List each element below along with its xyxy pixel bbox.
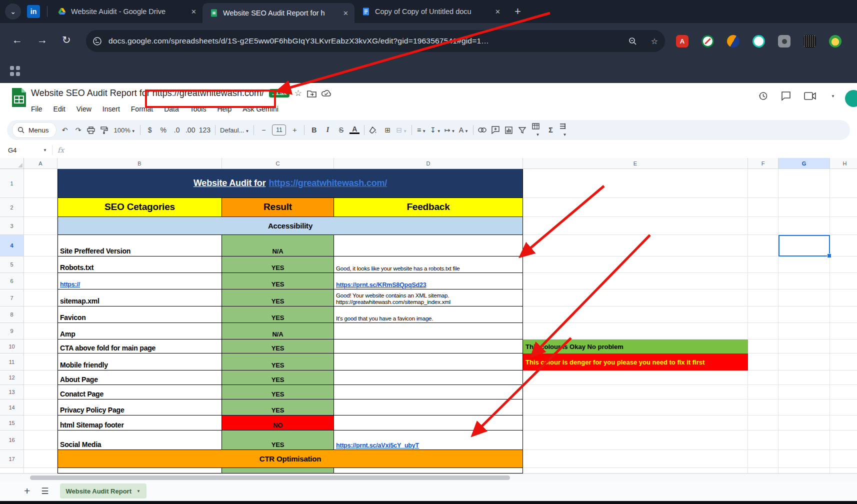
- grid-cell[interactable]: [24, 198, 58, 217]
- row-header-4[interactable]: 4: [0, 235, 24, 256]
- legend-danger[interactable]: This colour is denger for you please you…: [523, 354, 748, 370]
- italic-button[interactable]: I: [322, 126, 332, 134]
- cell-feedback[interactable]: [334, 370, 523, 385]
- grid-cell[interactable]: [748, 468, 778, 474]
- grid-cell[interactable]: [748, 430, 778, 450]
- decrease-decimals-button[interactable]: .0: [172, 126, 182, 134]
- cell-label[interactable]: sitemap.xml: [58, 290, 222, 306]
- col-header-c[interactable]: C: [222, 158, 334, 169]
- strikethrough-button[interactable]: S: [336, 126, 346, 134]
- grid-cell[interactable]: [24, 385, 58, 400]
- col-header-f[interactable]: F: [748, 158, 778, 169]
- tab-google-docs[interactable]: Copy of Copy of Untitled docu ✕: [354, 0, 506, 23]
- share-button-cut[interactable]: [845, 90, 857, 107]
- apps-grid-icon[interactable]: [10, 66, 20, 76]
- cell-feedback-link[interactable]: https://prnt.sc/aVxi5cY_ubyT: [334, 430, 523, 450]
- grid-cell[interactable]: [748, 273, 778, 290]
- menu-insert[interactable]: Insert: [102, 105, 120, 113]
- cell-label[interactable]: Robots.txt: [58, 256, 222, 273]
- grid-cell[interactable]: [24, 235, 58, 256]
- grid-cell[interactable]: [778, 354, 830, 370]
- row-header-5[interactable]: 5: [0, 256, 24, 273]
- grid-cell[interactable]: [24, 169, 58, 198]
- sheet-tab-caret-icon[interactable]: ▼: [136, 489, 140, 494]
- cloud-status-icon[interactable]: [322, 90, 332, 97]
- url-text[interactable]: docs.google.com/spreadsheets/d/1S-g2E5ww…: [108, 36, 622, 46]
- grid-cell[interactable]: [778, 306, 830, 323]
- text-wrap-icon[interactable]: ↦▼: [444, 126, 456, 134]
- reload-button[interactable]: ↻: [62, 34, 71, 46]
- extension-camera-icon[interactable]: [778, 35, 790, 48]
- grid-cell[interactable]: [24, 306, 58, 323]
- cell-partial-result[interactable]: [222, 468, 334, 474]
- grid-cell[interactable]: [523, 217, 748, 235]
- grid-cell[interactable]: [748, 306, 778, 323]
- grid-cell[interactable]: [523, 468, 748, 474]
- bold-button[interactable]: B: [309, 126, 319, 134]
- currency-button[interactable]: $: [145, 126, 155, 134]
- cell-feedback[interactable]: [334, 354, 523, 370]
- name-box[interactable]: G4 ▼: [0, 146, 47, 154]
- percent-button[interactable]: %: [158, 126, 168, 134]
- menu-edit[interactable]: Edit: [54, 105, 66, 113]
- bookmark-star-icon[interactable]: ☆: [651, 36, 658, 46]
- insert-link-icon[interactable]: [478, 128, 488, 132]
- cell-feedback[interactable]: [334, 340, 523, 354]
- grid-cell[interactable]: [523, 430, 748, 450]
- row-header-12[interactable]: 12: [0, 370, 24, 385]
- row-header-17[interactable]: 17: [0, 450, 24, 468]
- grid-cell[interactable]: [24, 217, 58, 235]
- grid-cell[interactable]: [748, 385, 778, 400]
- grid-cell[interactable]: [0, 468, 24, 474]
- row-header-3[interactable]: 3: [0, 217, 24, 235]
- col-header-g[interactable]: G: [778, 158, 830, 169]
- cell-result[interactable]: YES: [222, 354, 334, 370]
- cell-label[interactable]: CTA above fold for main page: [58, 340, 222, 354]
- insert-comment-icon[interactable]: [492, 126, 502, 134]
- grid-cell[interactable]: [830, 306, 857, 323]
- grid-cell[interactable]: [523, 198, 748, 217]
- grid-cell[interactable]: [830, 340, 857, 354]
- grid-cell[interactable]: [523, 450, 748, 468]
- cell-feedback[interactable]: [334, 323, 523, 340]
- grid-cell[interactable]: [523, 256, 748, 273]
- grid-cell[interactable]: [830, 169, 857, 198]
- grid-cell[interactable]: [523, 370, 748, 385]
- row-header-2[interactable]: 2: [0, 198, 24, 217]
- grid-cell[interactable]: [778, 416, 830, 430]
- banner-url-link[interactable]: https://greatwhitewash.com/: [268, 178, 387, 188]
- grid-cell[interactable]: [523, 290, 748, 306]
- horizontal-align-icon[interactable]: ≡▼: [416, 126, 426, 134]
- grid-cell[interactable]: [24, 354, 58, 370]
- cell-label[interactable]: html Sitemap footer: [58, 416, 222, 430]
- grid-cell[interactable]: [523, 169, 748, 198]
- menu-help[interactable]: Help: [217, 105, 232, 113]
- cell-label[interactable]: About Page: [58, 370, 222, 385]
- cell-banner-title[interactable]: Website Audit for https://greatwhitewash…: [58, 169, 523, 198]
- fill-handle[interactable]: [827, 254, 832, 258]
- extension-dark-icon[interactable]: [804, 35, 816, 48]
- grid-cell[interactable]: [830, 416, 857, 430]
- tab-close-icon[interactable]: ✕: [343, 10, 348, 17]
- grid-cell[interactable]: [778, 323, 830, 340]
- borders-icon[interactable]: ⊞: [382, 126, 392, 134]
- merge-cells-icon[interactable]: ⊟▼: [396, 126, 407, 134]
- grid-cell[interactable]: [778, 198, 830, 217]
- grid-cell[interactable]: [24, 450, 58, 468]
- cell-feedback[interactable]: Good! Your website contains an XML sitem…: [334, 290, 523, 306]
- feedback-link[interactable]: https://prnt.sc/aVxi5cY_ubyT: [336, 442, 419, 449]
- cell-header-feedback[interactable]: Feedback: [334, 198, 523, 217]
- font-size-increase[interactable]: +: [290, 126, 300, 134]
- grid-cell[interactable]: [830, 273, 857, 290]
- cell-section-ctr[interactable]: CTR Optimisation: [58, 450, 523, 468]
- select-all-corner[interactable]: [0, 158, 24, 169]
- profile-avatar[interactable]: [829, 35, 842, 48]
- print-icon[interactable]: [87, 126, 97, 134]
- grid-cell[interactable]: [748, 235, 778, 256]
- cell-result-no[interactable]: NO: [222, 416, 334, 430]
- grid-cell[interactable]: [24, 468, 58, 474]
- menu-view[interactable]: View: [76, 105, 92, 113]
- cell-feedback[interactable]: Good, it looks like your website has a r…: [334, 256, 523, 273]
- meet-video-icon[interactable]: [804, 92, 817, 100]
- tab-sheets-active[interactable]: Website SEO Audit Report for h ✕: [202, 3, 354, 23]
